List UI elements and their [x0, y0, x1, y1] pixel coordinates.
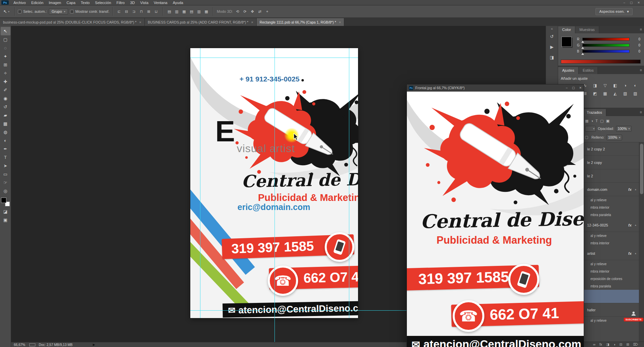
healing-brush-tool[interactable]: ✚ — [1, 77, 10, 86]
menu-item[interactable]: Ayuda — [170, 0, 186, 5]
history-panel-icon[interactable]: ↺ — [548, 32, 556, 40]
status-arrow-icon[interactable]: ▶ — [93, 343, 95, 346]
actions-panel-icon[interactable]: ▶ — [548, 43, 556, 51]
link-layers-icon[interactable]: ∞ — [593, 342, 595, 347]
chevron-up-icon[interactable]: ▴ — [635, 223, 636, 227]
foreground-color-swatch[interactable] — [1, 198, 6, 203]
menu-item[interactable]: Archivo — [11, 0, 29, 5]
quick-mask-button[interactable]: ◪ — [1, 207, 10, 216]
document-tab[interactable]: business-card-mockup-psd.psd al 25% (DOU… — [0, 18, 145, 26]
filter-shape-icon[interactable]: ▢ — [600, 119, 604, 123]
fill-value[interactable]: 100%▾ — [607, 135, 622, 140]
gradient-tool[interactable]: ▩ — [1, 119, 10, 128]
align-top-icon[interactable]: ⊓ — [138, 8, 145, 14]
zoom-level[interactable]: 66,67% — [11, 343, 28, 347]
lock-icon[interactable] — [585, 136, 588, 139]
auto-select-checkbox[interactable] — [18, 10, 22, 13]
shape-tool[interactable]: ▭ — [1, 170, 10, 178]
layer-fx-badge[interactable]: fx — [628, 251, 632, 255]
channel-slider[interactable] — [582, 38, 630, 41]
panel-menu-icon[interactable]: ≡ — [640, 68, 642, 72]
menu-item[interactable]: Ventana — [151, 0, 170, 5]
channel-value[interactable]: 0 — [632, 37, 640, 41]
close-icon[interactable]: ✕ — [637, 1, 640, 4]
distribute-right-icon[interactable]: ▦ — [203, 8, 210, 14]
maximize-icon[interactable]: ▢ — [630, 1, 633, 4]
properties-panel-icon[interactable]: ◨ — [548, 53, 556, 61]
3d-pan-icon[interactable]: ✥ — [249, 8, 256, 14]
float-window-titlebar[interactable]: Ps Frontal.jpg al 66,7% (CMYK/8*) –▢✕ — [407, 84, 584, 92]
3d-scale-icon[interactable]: ⌖ — [264, 8, 270, 14]
invert-icon[interactable]: ◩ — [591, 91, 599, 97]
tab-close-icon[interactable]: × — [139, 20, 141, 24]
align-bottom-icon[interactable]: ⊔ — [153, 8, 160, 14]
menu-item[interactable]: Vista — [137, 0, 151, 5]
distribute-top-icon[interactable]: ▤ — [166, 8, 173, 14]
adjustment-layer-icon[interactable]: ◑ — [613, 342, 615, 347]
slider-handle-icon[interactable] — [581, 41, 584, 43]
subscribe-button[interactable]: SUSCRIBETE — [624, 318, 643, 321]
align-left-icon[interactable]: ⊏ — [116, 8, 123, 14]
eraser-tool[interactable]: ▰ — [1, 111, 10, 119]
layer-group-icon[interactable]: ⊟ — [619, 342, 622, 347]
scrollbar-thumb[interactable] — [640, 144, 643, 194]
tab-ajustes[interactable]: Ajustes — [558, 67, 579, 74]
distribute-bottom-icon[interactable]: ▦ — [181, 8, 188, 14]
quick-select-tool[interactable]: ✦ — [1, 52, 10, 61]
color-swatch-widget[interactable] — [1, 197, 10, 207]
slider-handle-icon[interactable] — [581, 47, 584, 49]
show-transform-checkbox[interactable] — [70, 10, 74, 13]
new-layer-icon[interactable]: ⊞ — [626, 342, 629, 347]
color-balance-icon[interactable]: ◑ — [621, 82, 629, 89]
menu-item[interactable]: Capa — [64, 0, 78, 5]
workspace-button[interactable]: Aspectos esen. ▾ — [595, 8, 633, 15]
screen-mode-button[interactable]: ▣ — [1, 216, 10, 224]
tab-muestras[interactable]: Muestras — [575, 26, 599, 33]
type-tool[interactable]: T — [1, 153, 10, 162]
align-vcenter-icon[interactable]: ⊞ — [146, 8, 152, 14]
tab-color[interactable]: Color — [558, 26, 575, 33]
minimize-icon[interactable]: – — [623, 1, 625, 4]
posterize-icon[interactable]: ▦ — [601, 91, 609, 97]
channel-slider[interactable] — [582, 44, 630, 47]
tab-trazados[interactable]: Trazados — [583, 109, 606, 116]
channel-slider[interactable] — [582, 50, 630, 53]
minimize-icon[interactable]: – — [566, 86, 568, 90]
hand-tool[interactable]: ☞ — [1, 178, 10, 187]
filter-adjust-icon[interactable]: ◑ — [591, 119, 593, 123]
3d-slide-icon[interactable]: ⇄ — [256, 8, 263, 14]
tool-preset-picker[interactable]: ↖ ▾ — [0, 9, 11, 14]
align-hcenter-icon[interactable]: ⊟ — [123, 8, 130, 14]
tab-close-icon[interactable]: × — [339, 20, 341, 24]
dodge-tool[interactable]: ◐ — [1, 136, 10, 145]
tab-estilos[interactable]: Estilos — [579, 67, 598, 74]
brush-tool[interactable]: ✐ — [1, 86, 10, 94]
menu-item[interactable]: Edición — [29, 0, 46, 5]
foreground-color-swatch[interactable] — [561, 37, 572, 47]
document-tab[interactable]: Rectangle 1111.psb al 66,7% (Capa 1, RGB… — [257, 18, 345, 26]
auto-select-dropdown[interactable]: Grupo ▾ — [49, 8, 68, 14]
history-brush-tool[interactable]: ↺ — [1, 103, 10, 111]
panel-menu-icon[interactable]: ≡ — [640, 110, 642, 114]
menu-item[interactable]: Texto — [78, 0, 92, 5]
clone-stamp-tool[interactable]: ◉ — [1, 94, 10, 103]
filter-pixel-icon[interactable]: ▦ — [585, 119, 588, 123]
opacity-value[interactable]: 100%▾ — [616, 126, 632, 132]
hue-saturation-icon[interactable]: ◧ — [611, 82, 619, 89]
pen-tool[interactable]: ✒ — [1, 145, 10, 153]
delete-layer-icon[interactable]: ⌦ — [633, 342, 638, 347]
close-icon[interactable]: ✕ — [579, 86, 582, 90]
layer-mask-icon[interactable]: ◨ — [606, 342, 609, 347]
eyedropper-tool[interactable]: ✧ — [1, 69, 10, 77]
menu-item[interactable]: Imagen — [46, 0, 64, 5]
chevron-up-icon[interactable]: ▴ — [635, 252, 636, 255]
vibrance-icon[interactable]: ▽ — [601, 82, 609, 89]
marquee-tool[interactable]: ▢ — [1, 35, 10, 44]
move-tool[interactable]: ↖ — [1, 27, 10, 35]
menu-item[interactable]: Filtro — [114, 0, 127, 5]
slider-handle-icon[interactable] — [581, 53, 584, 55]
black-white-icon[interactable]: ◐ — [631, 82, 639, 89]
blur-tool[interactable]: ◍ — [1, 128, 10, 136]
maximize-icon[interactable]: ▢ — [572, 86, 575, 90]
expand-panels-icon[interactable]: « — [551, 26, 553, 32]
